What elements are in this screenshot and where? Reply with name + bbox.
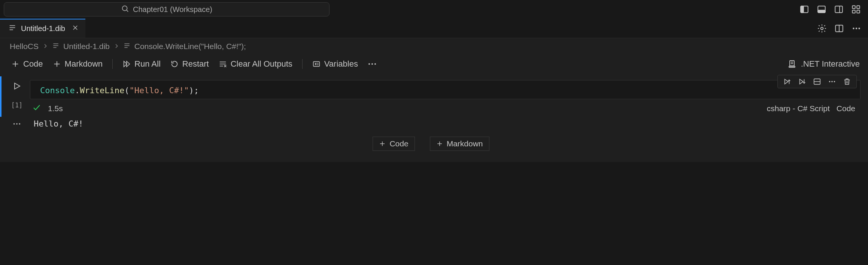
variables-icon bbox=[312, 60, 321, 68]
svg-rect-5 bbox=[818, 10, 825, 12]
tab-label: Untitled-1.dib bbox=[21, 24, 65, 33]
breadcrumb[interactable]: HelloCS Untitled-1.dib Console.WriteLine… bbox=[0, 38, 868, 55]
svg-point-54 bbox=[829, 81, 831, 82]
svg-rect-9 bbox=[857, 6, 860, 9]
token-type: Console bbox=[40, 86, 75, 95]
svg-point-0 bbox=[122, 6, 127, 10]
toolbar-more-button[interactable] bbox=[365, 61, 380, 67]
execution-count: [1] bbox=[11, 101, 23, 109]
more-icon bbox=[368, 63, 377, 66]
breadcrumb-segment-project[interactable]: HelloCS bbox=[10, 42, 39, 51]
cell-gutter: [1] bbox=[4, 76, 30, 117]
search-icon bbox=[121, 4, 129, 15]
run-all-icon bbox=[122, 60, 131, 68]
code-line: Console.WriteLine("Hello, C#!"); bbox=[40, 86, 852, 95]
cell-focus-indicator bbox=[0, 76, 1, 117]
run-below-icon[interactable] bbox=[798, 77, 806, 86]
cell-language-picker[interactable]: csharp - C# Script bbox=[767, 104, 830, 113]
tab-untitled[interactable]: Untitled-1.dib bbox=[0, 19, 85, 38]
clear-outputs-button[interactable]: Clear All Outputs bbox=[216, 58, 295, 70]
plus-icon bbox=[379, 140, 386, 147]
insert-cell-buttons: Code Markdown bbox=[0, 131, 862, 151]
symbol-icon bbox=[123, 42, 131, 51]
plus-icon bbox=[11, 60, 19, 68]
svg-rect-6 bbox=[835, 6, 843, 12]
command-center-search[interactable]: Chapter01 (Workspace) bbox=[4, 2, 330, 16]
svg-point-56 bbox=[834, 81, 835, 82]
button-label: Variables bbox=[324, 59, 358, 69]
kernel-label: .NET Interactive bbox=[801, 59, 860, 69]
run-all-button[interactable]: Run All bbox=[119, 58, 164, 70]
button-label: Code bbox=[389, 139, 408, 148]
cell-kind-picker[interactable]: Code bbox=[837, 104, 855, 113]
svg-point-43 bbox=[374, 63, 376, 65]
more-icon[interactable] bbox=[852, 24, 861, 33]
insert-markdown-button[interactable]: Markdown bbox=[430, 137, 489, 151]
cell-status-row: 1.5s csharp - C# Script Code bbox=[30, 99, 862, 117]
breadcrumb-label: Untitled-1.dib bbox=[63, 42, 110, 51]
button-label: Markdown bbox=[447, 139, 483, 148]
cell-output-row: Hello, C#! bbox=[0, 117, 862, 131]
check-icon bbox=[32, 103, 41, 114]
token-punct: ; bbox=[194, 86, 199, 95]
svg-point-20 bbox=[853, 27, 854, 29]
notebook-cells: [1] Console.WriteLine("Hello, C#!"); 1.5… bbox=[0, 73, 868, 162]
toggle-sidebar-right-icon[interactable] bbox=[834, 4, 844, 15]
breadcrumb-segment-symbol[interactable]: Console.WriteLine("Hello, C#!"); bbox=[123, 42, 246, 51]
clear-outputs-icon bbox=[219, 60, 227, 68]
svg-rect-40 bbox=[313, 62, 320, 67]
svg-rect-11 bbox=[857, 10, 860, 13]
svg-point-60 bbox=[13, 123, 15, 125]
plus-icon bbox=[436, 140, 443, 147]
run-above-icon[interactable] bbox=[783, 77, 791, 86]
customize-layout-icon[interactable] bbox=[851, 4, 861, 15]
svg-point-17 bbox=[821, 27, 823, 30]
svg-rect-3 bbox=[801, 6, 804, 12]
cell-action-toolbar bbox=[777, 75, 857, 88]
notebook-toolbar: Code Markdown Run All Restart Clear All … bbox=[0, 55, 868, 73]
svg-point-62 bbox=[19, 123, 21, 125]
cell-duration: 1.5s bbox=[48, 104, 63, 113]
button-label: Run All bbox=[134, 59, 161, 69]
breadcrumb-label: Console.WriteLine("Hello, C#!"); bbox=[134, 42, 246, 51]
chevron-right-icon bbox=[113, 42, 119, 51]
code-cell: [1] Console.WriteLine("Hello, C#!"); 1.5… bbox=[0, 76, 862, 117]
token-string: "Hello, C#!" bbox=[129, 86, 189, 95]
button-label: Markdown bbox=[65, 59, 103, 69]
separator bbox=[302, 59, 303, 69]
svg-point-61 bbox=[16, 123, 18, 125]
workspace-label: Chapter01 (Workspace) bbox=[133, 5, 212, 14]
add-code-button[interactable]: Code bbox=[8, 58, 46, 70]
svg-point-22 bbox=[858, 27, 860, 29]
variables-button[interactable]: Variables bbox=[309, 58, 361, 70]
split-editor-icon[interactable] bbox=[834, 24, 844, 33]
toggle-sidebar-left-icon[interactable] bbox=[799, 4, 810, 15]
trash-icon[interactable] bbox=[843, 77, 851, 86]
svg-point-21 bbox=[856, 27, 857, 29]
restart-icon bbox=[170, 60, 179, 68]
button-label: Code bbox=[23, 59, 43, 69]
cell-output-text: Hello, C#! bbox=[30, 117, 862, 131]
svg-marker-48 bbox=[785, 79, 788, 84]
split-cell-icon[interactable] bbox=[813, 77, 821, 86]
svg-rect-10 bbox=[852, 10, 855, 13]
plus-icon bbox=[53, 60, 61, 68]
gear-icon[interactable] bbox=[817, 24, 827, 33]
tabstrip: Untitled-1.dib bbox=[0, 19, 868, 38]
titlebar: Chapter01 (Workspace) bbox=[0, 0, 868, 19]
restart-button[interactable]: Restart bbox=[167, 58, 212, 70]
chevron-right-icon bbox=[42, 42, 48, 51]
run-cell-button[interactable] bbox=[12, 82, 21, 92]
add-markdown-button[interactable]: Markdown bbox=[50, 58, 106, 70]
more-icon[interactable] bbox=[828, 77, 836, 86]
breadcrumb-segment-file[interactable]: Untitled-1.dib bbox=[52, 42, 110, 51]
close-icon[interactable] bbox=[72, 24, 79, 33]
separator bbox=[112, 59, 113, 69]
toggle-panel-bottom-icon[interactable] bbox=[816, 4, 827, 15]
svg-line-1 bbox=[127, 10, 128, 12]
code-editor[interactable]: Console.WriteLine("Hello, C#!"); bbox=[30, 80, 861, 99]
output-menu-button[interactable] bbox=[4, 122, 30, 125]
insert-code-button[interactable]: Code bbox=[373, 137, 415, 151]
token-punct: . bbox=[75, 86, 80, 95]
kernel-picker[interactable]: .NET Interactive bbox=[787, 59, 860, 69]
